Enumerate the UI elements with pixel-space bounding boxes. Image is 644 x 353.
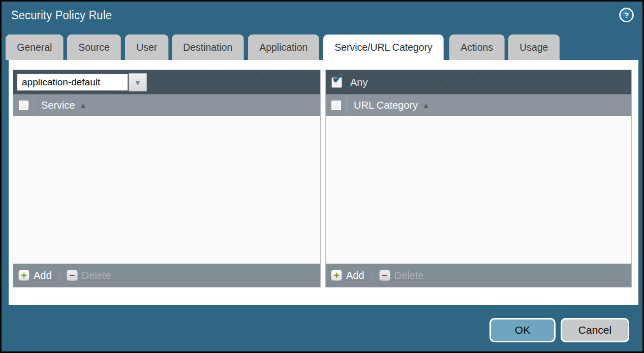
url-category-delete-label: Delete — [394, 270, 424, 281]
url-category-column-header-row: URL Category ▲ — [326, 94, 631, 116]
service-column-header[interactable]: Service — [41, 100, 75, 111]
service-list[interactable] — [13, 116, 320, 264]
tab-service-url-category[interactable]: Service/URL Category — [323, 35, 444, 60]
url-category-any-label: Any — [350, 77, 367, 88]
service-panel: application-default ▼ Service ▲ + — [13, 70, 321, 287]
dropdown-arrow-icon[interactable]: ▼ — [129, 73, 147, 91]
tab-application[interactable]: Application — [248, 35, 319, 60]
tab-bar: General Source User Destination Applicat… — [6, 35, 563, 60]
url-category-select-all-checkbox[interactable] — [331, 100, 342, 111]
url-category-add-button[interactable]: + Add — [331, 270, 364, 281]
plus-icon: + — [18, 270, 29, 281]
checkmark-icon: ✔ — [332, 72, 344, 86]
footer-separator — [373, 269, 373, 281]
ok-button[interactable]: OK — [489, 318, 556, 342]
service-delete-label: Delete — [82, 270, 111, 281]
service-add-button[interactable]: + Add — [18, 270, 52, 281]
question-mark-glyph: ? — [624, 11, 629, 19]
plus-icon: + — [331, 270, 342, 281]
url-category-add-label: Add — [346, 270, 364, 281]
url-category-toolbar: ✔ Any — [326, 70, 631, 94]
tab-source[interactable]: Source — [67, 35, 121, 60]
url-category-panel: ✔ Any URL Category ▲ + Add — [325, 70, 632, 287]
sort-asc-icon[interactable]: ▲ — [80, 101, 87, 109]
url-category-column-header[interactable]: URL Category — [354, 100, 418, 111]
service-toolbar: application-default ▼ — [13, 70, 320, 94]
url-category-any-checkbox[interactable]: ✔ — [331, 77, 342, 88]
service-add-label: Add — [34, 270, 52, 281]
tab-content: application-default ▼ Service ▲ + — [9, 60, 638, 305]
footer-separator — [60, 269, 60, 281]
tab-actions[interactable]: Actions — [449, 35, 504, 60]
tab-general[interactable]: General — [6, 35, 64, 60]
url-category-footer: + Add − Delete — [326, 264, 631, 287]
service-type-select[interactable]: application-default ▼ — [17, 73, 147, 91]
tab-user[interactable]: User — [125, 35, 169, 60]
minus-icon: − — [379, 270, 390, 281]
service-delete-button[interactable]: − Delete — [67, 270, 111, 281]
dialog-title: Security Policy Rule — [11, 9, 112, 22]
help-icon[interactable]: ? — [619, 8, 634, 22]
tab-usage[interactable]: Usage — [508, 35, 560, 60]
service-type-select-value: application-default — [17, 74, 128, 91]
sort-asc-icon[interactable]: ▲ — [422, 101, 430, 109]
url-category-delete-button[interactable]: − Delete — [379, 270, 424, 281]
security-policy-rule-dialog: Security Policy Rule ? General Source Us… — [0, 0, 644, 353]
tab-destination[interactable]: Destination — [172, 35, 244, 60]
cancel-button[interactable]: Cancel — [561, 318, 629, 342]
service-footer: + Add − Delete — [13, 264, 320, 287]
minus-icon: − — [67, 270, 78, 281]
service-select-all-checkbox[interactable] — [18, 100, 29, 111]
url-category-list[interactable] — [326, 116, 631, 264]
service-column-header-row: Service ▲ — [13, 94, 320, 116]
